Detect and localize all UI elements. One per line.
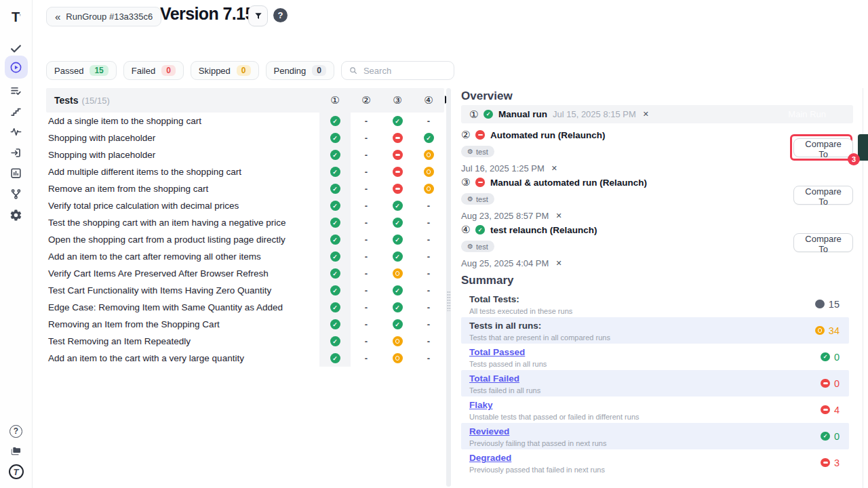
- no-run-dash: -: [365, 133, 368, 143]
- table-row[interactable]: Add an item to the cart with a very larg…: [46, 350, 444, 367]
- filter-chip-passed[interactable]: Passed15: [46, 61, 117, 80]
- fail-icon: [821, 458, 830, 468]
- table-row[interactable]: Open the shopping cart from a product li…: [46, 231, 444, 248]
- test-name[interactable]: Remove an item from the shopping cart: [46, 180, 319, 197]
- run-column-4[interactable]: ④: [413, 94, 444, 106]
- summary-text: RevievedPreviously failing that passed i…: [469, 425, 821, 447]
- status-cell: -: [351, 180, 382, 197]
- pass-icon: [393, 302, 403, 312]
- run-tag[interactable]: ⚙test: [461, 146, 494, 157]
- table-row[interactable]: Add an item to the cart after removing a…: [46, 248, 444, 265]
- table-row[interactable]: Remove an item from the shopping cart-: [46, 180, 444, 197]
- status-cell: [382, 265, 413, 282]
- search-input[interactable]: [363, 66, 438, 76]
- table-row[interactable]: Add a single item to the shopping cart--: [46, 113, 444, 129]
- run-item: ②Automated run (Relaunch)⚙testJul 16, 20…: [461, 129, 853, 174]
- table-row[interactable]: Shopping with placeholder-: [46, 146, 444, 163]
- run-column-2[interactable]: ②: [351, 94, 382, 106]
- table-row[interactable]: Verify total price calculation with deci…: [46, 197, 444, 214]
- test-name[interactable]: Test Cart Functionality with Items Havin…: [46, 282, 319, 299]
- no-run-dash: -: [365, 235, 368, 245]
- close-icon[interactable]: ✕: [642, 110, 650, 119]
- run-column-1[interactable]: ①: [319, 94, 351, 106]
- table-row[interactable]: Shopping with placeholder-: [46, 129, 444, 146]
- run-tag-label: test: [476, 195, 488, 203]
- status-cell: [382, 197, 413, 214]
- run-date-line: Jul 16, 2025 1:25 PM✕: [461, 163, 853, 174]
- logo-icon[interactable]: T: [5, 462, 28, 482]
- summary-row: FlakyUnstable tests that passed or faile…: [461, 396, 849, 423]
- play-circle-icon[interactable]: [5, 56, 28, 79]
- test-name[interactable]: Removing an Item from the Shopping Cart: [46, 316, 319, 333]
- test-name[interactable]: Shopping with placeholder: [46, 146, 319, 163]
- import-icon[interactable]: [5, 142, 28, 163]
- summary-link[interactable]: Degraded: [469, 453, 511, 463]
- pass-icon: [330, 167, 340, 177]
- test-name[interactable]: Open the shopping cart from a product li…: [46, 231, 319, 248]
- status-cell: [319, 180, 351, 197]
- table-row[interactable]: Edge Case: Removing Item with Same Quant…: [46, 299, 444, 316]
- compare-to-button[interactable]: Compare To: [793, 233, 853, 252]
- run-column-3[interactable]: ③: [382, 94, 413, 106]
- status-cell: [319, 129, 351, 146]
- table-row[interactable]: Verify Cart Items Are Preserved After Br…: [46, 265, 444, 282]
- compare-to-button[interactable]: Compare To: [793, 138, 853, 157]
- table-row[interactable]: Add multiple different items to the shop…: [46, 163, 444, 180]
- summary-link[interactable]: Revieved: [469, 426, 509, 436]
- compare-to-button[interactable]: Compare To: [793, 186, 853, 205]
- list-check-icon[interactable]: [5, 81, 28, 101]
- summary-link[interactable]: Total Passed: [469, 347, 525, 357]
- no-run-dash: -: [427, 285, 430, 296]
- bar-chart-icon[interactable]: [5, 163, 28, 183]
- run-item: ③Manual & automated run (Relaunch)⚙testA…: [461, 176, 853, 221]
- test-name[interactable]: Add a single item to the shopping cart: [46, 113, 319, 129]
- summary-row: Total FailedTests failed in all runs0: [461, 370, 849, 396]
- back-button[interactable]: « RunGroup #13a335c6: [46, 7, 161, 26]
- skip-icon: [424, 167, 434, 177]
- run-title-line: ②Automated run (Relaunch): [461, 129, 853, 141]
- filter-button[interactable]: [248, 5, 268, 26]
- filter-chip-pending[interactable]: Pending0: [266, 61, 334, 80]
- skip-icon: [393, 336, 403, 346]
- help-icon[interactable]: ?: [5, 421, 28, 441]
- summary-link[interactable]: Flaky: [469, 400, 493, 410]
- filter-chip-skipped[interactable]: Skipped0: [191, 61, 259, 80]
- help-button[interactable]: ?: [273, 8, 288, 22]
- double-chevron-left-icon: «: [55, 11, 60, 22]
- docs-icon[interactable]: [5, 441, 28, 461]
- summary-link[interactable]: Total Failed: [469, 373, 519, 384]
- stairs-icon[interactable]: [5, 101, 28, 121]
- run-name[interactable]: Manual run: [498, 109, 547, 119]
- filter-chip-failed[interactable]: Failed0: [123, 61, 184, 80]
- pass-icon: [330, 184, 340, 194]
- test-name[interactable]: Add multiple different items to the shop…: [46, 163, 319, 180]
- table-row[interactable]: Test the shopping cart with an item havi…: [46, 214, 444, 231]
- table-row[interactable]: Removing an Item from the Shopping Cart-…: [46, 316, 444, 333]
- table-row[interactable]: Test Removing an Item Repeatedly--: [46, 333, 444, 350]
- divider-grip-handle[interactable]: [447, 291, 450, 311]
- run-name[interactable]: Automated run (Relaunch): [490, 130, 606, 140]
- pulse-icon[interactable]: [5, 121, 28, 142]
- test-name[interactable]: Verify Cart Items Are Preserved After Br…: [46, 265, 319, 282]
- test-name[interactable]: Edge Case: Removing Item with Same Quant…: [46, 299, 319, 316]
- summary-value: 4: [821, 405, 840, 415]
- run-name[interactable]: Manual & automated run (Relaunch): [490, 178, 647, 188]
- test-name[interactable]: Add an item to the cart after removing a…: [46, 248, 319, 265]
- test-name[interactable]: Add an item to the cart with a very larg…: [46, 350, 319, 367]
- test-name[interactable]: Test Removing an Item Repeatedly: [46, 333, 319, 350]
- close-icon[interactable]: ✕: [550, 164, 559, 173]
- branch-icon[interactable]: [5, 184, 28, 204]
- gear-icon[interactable]: [5, 205, 28, 225]
- table-row[interactable]: Test Cart Functionality with Items Havin…: [46, 282, 444, 299]
- test-name[interactable]: Verify total price calculation with deci…: [46, 197, 319, 214]
- run-tag[interactable]: ⚙test: [461, 241, 494, 252]
- panel-resize-divider[interactable]: [446, 88, 451, 487]
- run-tag[interactable]: ⚙test: [461, 193, 494, 205]
- close-icon[interactable]: ✕: [554, 259, 563, 268]
- test-name[interactable]: Test the shopping cart with an item havi…: [46, 214, 319, 231]
- summary-description: Previously passed that failed in next ru…: [469, 466, 821, 474]
- app-logo[interactable]: Tʼ: [5, 7, 28, 27]
- test-name[interactable]: Shopping with placeholder: [46, 129, 319, 146]
- run-name[interactable]: test relaunch (Relaunch): [490, 225, 597, 235]
- close-icon[interactable]: ✕: [554, 211, 563, 220]
